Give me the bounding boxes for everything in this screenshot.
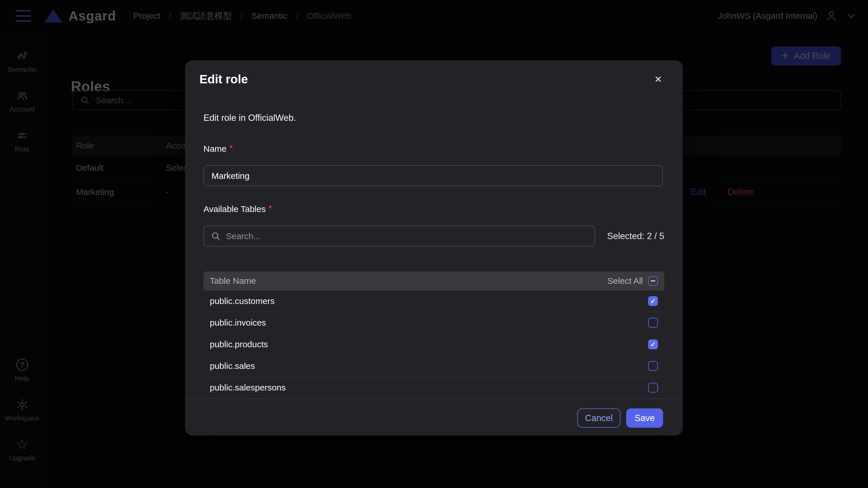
save-button[interactable]: Save (626, 408, 663, 428)
modal-body: Edit role in OfficialWeb. Name * Availab… (185, 98, 683, 399)
required-mark: * (269, 204, 272, 212)
close-icon[interactable] (651, 72, 665, 87)
table-name: public.sales (210, 361, 255, 371)
available-tables-label: Available Tables * (204, 204, 664, 214)
tables-search-input[interactable] (226, 231, 588, 241)
tables-search[interactable] (204, 226, 595, 247)
selected-count: Selected: 2 / 5 (607, 231, 664, 241)
table-row[interactable]: public.invoices (204, 312, 664, 334)
tables-list-header: Table Name Select All (204, 271, 664, 290)
search-icon (210, 231, 221, 242)
modal-title: Edit role (199, 73, 248, 86)
name-field[interactable] (204, 165, 663, 186)
column-table-name: Table Name (210, 276, 256, 286)
table-row[interactable]: public.products (204, 334, 664, 355)
table-name: public.customers (210, 296, 275, 306)
modal-footer: Cancel Save (185, 399, 683, 437)
modal-description: Edit role in OfficialWeb. (204, 113, 664, 123)
table-name: public.salespersons (210, 383, 286, 393)
select-all-checkbox[interactable] (648, 276, 658, 286)
row-checkbox[interactable] (648, 340, 658, 349)
tables-list: Table Name Select All public.customers p… (204, 271, 664, 399)
edit-role-modal: Edit role Edit role in OfficialWeb. Name… (185, 60, 683, 435)
table-row[interactable]: public.sales (204, 355, 664, 377)
table-name: public.products (210, 340, 268, 349)
table-row[interactable]: public.salespersons (204, 377, 664, 399)
row-checkbox[interactable] (648, 296, 658, 306)
table-name: public.invoices (210, 318, 266, 328)
required-mark: * (229, 144, 233, 152)
cancel-button[interactable]: Cancel (577, 408, 620, 428)
select-all[interactable]: Select All (608, 276, 658, 286)
row-checkbox[interactable] (648, 318, 658, 328)
modal-header: Edit role (185, 60, 683, 98)
tables-search-row: Selected: 2 / 5 (204, 226, 664, 247)
select-all-label: Select All (608, 276, 643, 286)
name-label: Name * (204, 144, 664, 154)
table-row[interactable]: public.customers (204, 290, 664, 312)
row-checkbox[interactable] (648, 361, 658, 371)
row-checkbox[interactable] (648, 383, 658, 393)
